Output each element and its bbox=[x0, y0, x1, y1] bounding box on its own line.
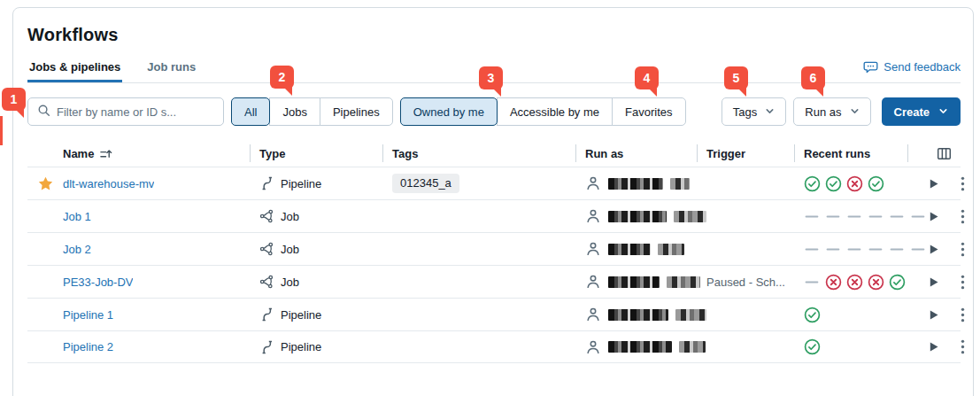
name-cell: Job 1 bbox=[63, 210, 259, 223]
run-as-cell bbox=[585, 208, 706, 224]
sort-ascending-icon[interactable] bbox=[99, 148, 112, 159]
chevron-down-icon bbox=[765, 105, 775, 119]
table-row-pe33-job-dv: PE33-Job-DVJobPaused - Sch... bbox=[27, 265, 961, 298]
workflow-name-link[interactable]: Pipeline 1 bbox=[63, 308, 113, 322]
tab-jobs-pipelines[interactable]: Jobs & pipelines bbox=[27, 60, 122, 82]
run-now-play-button[interactable] bbox=[926, 307, 941, 322]
run-now-play-button[interactable] bbox=[926, 176, 941, 191]
pipeline-icon bbox=[259, 307, 274, 322]
run-status-failure-icon[interactable] bbox=[825, 274, 842, 291]
run-status-success-icon[interactable] bbox=[825, 175, 842, 192]
ownership-filter-owned-by-me[interactable]: Owned by me bbox=[400, 97, 498, 126]
name-cell: Job 2 bbox=[63, 243, 259, 256]
feedback-bubble-icon bbox=[863, 60, 878, 74]
column-header-label: Trigger bbox=[706, 147, 745, 160]
workflow-name-link[interactable]: Pipeline 2 bbox=[63, 340, 113, 353]
favorite-cell bbox=[27, 175, 63, 192]
tag-badge[interactable]: 012345_a bbox=[392, 174, 459, 193]
name-cell: Pipeline 1 bbox=[63, 308, 259, 322]
workflow-name-link[interactable]: Job 1 bbox=[63, 210, 91, 223]
redacted-username bbox=[608, 341, 672, 353]
table-row-pipeline-2: Pipeline 2Pipeline bbox=[27, 330, 961, 363]
run-as-cell bbox=[585, 339, 706, 355]
redacted-username bbox=[608, 276, 660, 288]
run-status-success-icon[interactable] bbox=[804, 307, 821, 323]
kebab-menu-button[interactable] bbox=[959, 207, 967, 226]
run-status-success-icon[interactable] bbox=[889, 274, 906, 291]
run-as-dropdown-label: Run as bbox=[805, 105, 841, 119]
tags-dropdown[interactable]: Tags bbox=[721, 97, 786, 126]
type-label: Job bbox=[281, 210, 299, 223]
run-as-dropdown[interactable]: Run as bbox=[793, 97, 870, 126]
search-input[interactable] bbox=[57, 105, 214, 119]
run-status-success-icon[interactable] bbox=[868, 175, 884, 192]
job-icon bbox=[259, 242, 274, 256]
job-icon bbox=[259, 275, 274, 289]
column-header-label: Recent runs bbox=[804, 147, 870, 160]
user-icon bbox=[585, 339, 601, 355]
run-status-none-icon bbox=[804, 208, 821, 225]
run-status-none-icon bbox=[889, 208, 906, 225]
run-status-failure-icon[interactable] bbox=[868, 274, 884, 291]
row-actions-cell bbox=[917, 207, 961, 226]
run-now-play-button[interactable] bbox=[926, 339, 941, 354]
type-filter-all[interactable]: All bbox=[231, 97, 270, 126]
table-row-pipeline-1: Pipeline 1Pipeline bbox=[27, 298, 961, 330]
tab-job-runs[interactable]: Job runs bbox=[145, 60, 197, 82]
chevron-down-icon bbox=[850, 105, 860, 119]
redacted-username bbox=[670, 178, 690, 190]
column-header-label: Name bbox=[63, 147, 94, 160]
run-now-play-button[interactable] bbox=[926, 275, 941, 290]
run-status-failure-icon[interactable] bbox=[846, 175, 863, 192]
kebab-menu-button[interactable] bbox=[959, 338, 967, 356]
type-filter-group: AllJobsPipelines bbox=[231, 97, 393, 126]
type-cell: Pipeline bbox=[259, 340, 392, 354]
send-feedback-link[interactable]: Send feedback bbox=[863, 60, 961, 82]
run-as-cell bbox=[585, 241, 706, 257]
kebab-menu-button[interactable] bbox=[959, 306, 967, 324]
column-header-run-as: Run as bbox=[585, 140, 706, 167]
kebab-menu-button[interactable] bbox=[959, 273, 967, 291]
column-header-label: Type bbox=[259, 147, 285, 160]
redacted-username bbox=[679, 341, 706, 353]
type-filter-jobs[interactable]: Jobs bbox=[269, 97, 320, 126]
column-header-recent-runs: Recent runs bbox=[804, 140, 917, 167]
header-star-column bbox=[27, 140, 63, 167]
table-row-job-2: Job 2Job bbox=[27, 232, 961, 265]
kebab-menu-button[interactable] bbox=[959, 240, 967, 259]
type-filter-pipelines[interactable]: Pipelines bbox=[320, 97, 393, 126]
run-now-play-button[interactable] bbox=[926, 209, 941, 224]
create-button-label: Create bbox=[894, 105, 930, 119]
type-cell: Job bbox=[259, 242, 392, 256]
row-actions-cell bbox=[917, 306, 961, 324]
pipeline-icon bbox=[259, 340, 274, 354]
workflow-name-link[interactable]: dlt-warehouse-mv bbox=[63, 177, 154, 190]
search-box[interactable] bbox=[27, 97, 224, 126]
run-status-failure-icon[interactable] bbox=[846, 274, 863, 291]
ownership-filter-favorites[interactable]: Favorites bbox=[612, 97, 685, 126]
callout-badge-6: 6 bbox=[801, 66, 825, 89]
run-now-play-button[interactable] bbox=[926, 242, 941, 257]
run-as-cell bbox=[585, 274, 706, 290]
run-status-success-icon[interactable] bbox=[804, 338, 821, 355]
tabs: Jobs & pipelinesJob runs bbox=[27, 60, 220, 82]
row-actions-cell bbox=[917, 240, 961, 259]
favorite-star-icon[interactable] bbox=[37, 175, 54, 192]
run-as-cell bbox=[585, 175, 706, 191]
type-label: Job bbox=[281, 243, 299, 256]
create-button[interactable]: Create bbox=[882, 97, 961, 126]
column-header-actions bbox=[917, 140, 961, 167]
column-picker-button[interactable] bbox=[935, 144, 953, 163]
user-icon bbox=[585, 208, 601, 224]
type-label: Pipeline bbox=[281, 177, 321, 190]
recent-runs-cell bbox=[804, 338, 917, 355]
filter-toolbar: AllJobsPipelines Owned by meAccessible b… bbox=[27, 97, 961, 126]
kebab-menu-button[interactable] bbox=[959, 175, 967, 193]
run-status-success-icon[interactable] bbox=[804, 175, 821, 192]
chevron-down-icon bbox=[938, 105, 948, 119]
ownership-filter-accessible-by-me[interactable]: Accessible by me bbox=[497, 97, 613, 126]
workflow-name-link[interactable]: Job 2 bbox=[63, 243, 91, 256]
row-actions-cell bbox=[917, 338, 961, 356]
workflow-name-link[interactable]: PE33-Job-DV bbox=[63, 276, 133, 289]
redacted-username bbox=[658, 244, 684, 255]
